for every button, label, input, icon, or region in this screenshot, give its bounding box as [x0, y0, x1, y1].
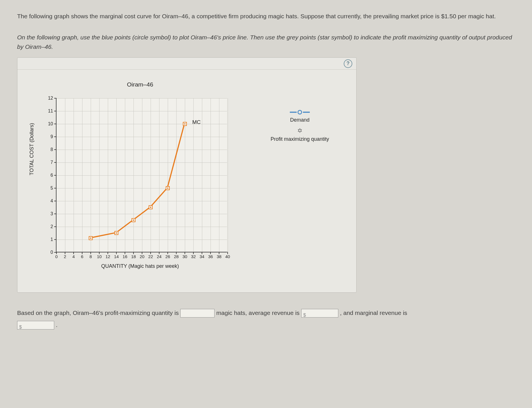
- y-tick: 8: [39, 147, 56, 152]
- mc-series-label: MC: [192, 119, 201, 125]
- panel-body: Oiram–46 TOTAL COST (Dollars) 0123456789…: [17, 70, 356, 292]
- circle-icon: [290, 110, 310, 115]
- y-axis-label: TOTAL COST (Dollars): [29, 123, 35, 175]
- y-tick: 1: [39, 237, 56, 242]
- mc-point[interactable]: [183, 122, 187, 126]
- x-tick: 14: [114, 252, 119, 259]
- marginal-revenue-input[interactable]: $: [17, 321, 54, 329]
- q-part4: .: [56, 321, 58, 328]
- graph-panel: ? Oiram–46 TOTAL COST (Dollars) 01234567…: [17, 57, 357, 293]
- x-tick: 20: [140, 252, 145, 259]
- panel-header: ?: [17, 58, 356, 70]
- intro-text: The following graph shows the marginal c…: [17, 11, 515, 21]
- y-tick: 0: [39, 250, 56, 255]
- help-button[interactable]: ?: [344, 59, 352, 68]
- x-tick: 6: [81, 252, 83, 259]
- mc-point[interactable]: [132, 218, 135, 222]
- x-tick: 28: [174, 252, 179, 259]
- x-tick: 16: [123, 252, 128, 259]
- y-tick: 9: [39, 134, 56, 139]
- y-tick: 12: [39, 96, 56, 101]
- mc-point[interactable]: [149, 205, 153, 209]
- legend-demand[interactable]: Demand: [263, 110, 337, 123]
- y-tick: 3: [39, 211, 56, 216]
- x-tick: 8: [90, 252, 92, 259]
- y-tick: 6: [39, 173, 56, 178]
- x-axis-label: QUANTITY (Magic hats per week): [23, 263, 257, 269]
- mc-point[interactable]: [114, 231, 118, 235]
- q-part3: , and marginal revenue is: [340, 309, 407, 316]
- avg-revenue-input[interactable]: $: [301, 309, 338, 317]
- legend-pmq[interactable]: ✡ Profit maximizing quantity: [263, 128, 337, 142]
- x-tick: 0: [55, 252, 58, 259]
- x-tick: 30: [183, 252, 187, 259]
- x-tick: 22: [148, 252, 153, 259]
- x-tick: 26: [165, 252, 170, 259]
- question-row: Based on the graph, Oiram–46's profit-ma…: [17, 307, 515, 331]
- y-tick: 5: [39, 186, 56, 191]
- x-tick: 34: [200, 252, 205, 259]
- x-tick: 38: [217, 252, 222, 259]
- plot-region[interactable]: 0123456789101112024681012141618202224262…: [56, 98, 227, 252]
- x-tick: 12: [106, 252, 110, 259]
- x-tick: 36: [208, 252, 213, 259]
- legend-demand-label: Demand: [290, 117, 310, 123]
- y-tick: 7: [39, 160, 56, 165]
- x-tick: 2: [64, 252, 66, 259]
- mc-point[interactable]: [166, 186, 170, 190]
- dollar-prefix: $: [303, 312, 306, 318]
- x-tick: 4: [72, 252, 75, 259]
- instruction-text: On the following graph, use the blue poi…: [17, 33, 515, 52]
- mc-point[interactable]: [89, 236, 93, 240]
- legend: Demand ✡ Profit maximizing quantity: [263, 78, 337, 281]
- x-tick: 24: [157, 252, 162, 259]
- y-tick: 2: [39, 224, 56, 229]
- x-tick: 32: [191, 252, 196, 259]
- q-part2: magic hats, average revenue is: [216, 309, 301, 316]
- y-tick: 11: [39, 108, 56, 114]
- y-tick: 10: [39, 121, 56, 126]
- star-icon: ✡: [297, 128, 302, 134]
- q-part1: Based on the graph, Oiram–46's profit-ma…: [17, 309, 180, 316]
- chart-area[interactable]: Oiram–46 TOTAL COST (Dollars) 0123456789…: [23, 78, 257, 281]
- y-tick: 4: [39, 198, 56, 204]
- x-tick: 18: [131, 252, 136, 259]
- dollar-prefix-2: $: [19, 324, 22, 330]
- x-tick: 40: [225, 252, 230, 259]
- quantity-input[interactable]: [180, 309, 215, 317]
- legend-pmq-label: Profit maximizing quantity: [270, 136, 329, 142]
- x-tick: 10: [97, 252, 102, 259]
- chart-title: Oiram–46: [23, 81, 257, 88]
